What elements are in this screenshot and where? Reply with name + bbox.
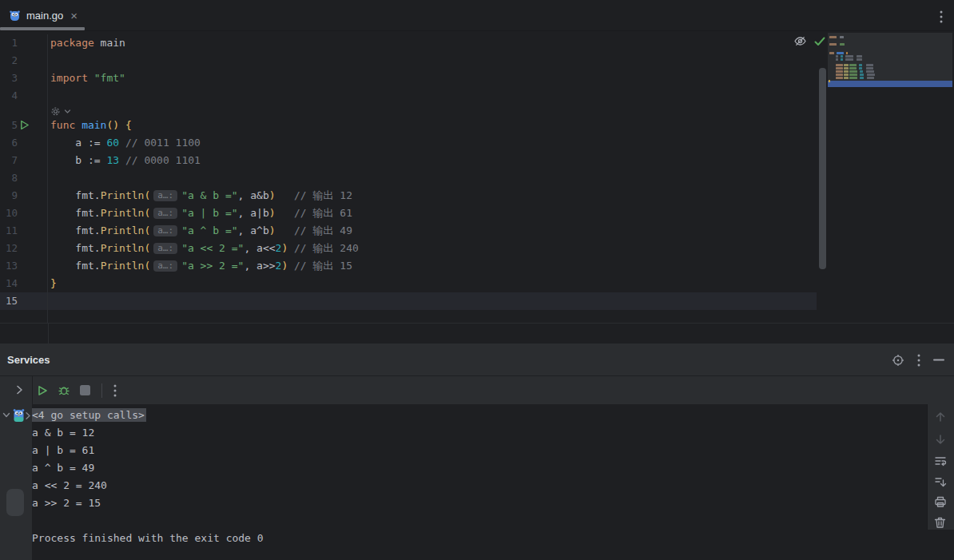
- print-icon[interactable]: [934, 495, 947, 508]
- minimap-code-block: [866, 64, 873, 66]
- active-tab-underline: [0, 27, 85, 30]
- code-line-8: [50, 169, 359, 187]
- folded-output-region[interactable]: <4 go setup calls>: [32, 408, 146, 422]
- gutter-line-3: 3: [0, 70, 47, 87]
- minimap-code-block: [849, 70, 857, 73]
- console-line: a >> 2 = 15: [32, 494, 927, 512]
- soft-wrap-icon[interactable]: [934, 455, 947, 467]
- eye-slash-icon[interactable]: [793, 35, 807, 47]
- minimap-code-block: [836, 67, 843, 70]
- services-toolbar: [0, 376, 954, 404]
- minimap-code-block: [829, 52, 834, 54]
- minimap-code-block: [836, 55, 838, 58]
- parameter-hint-chip: a…:: [153, 208, 177, 219]
- code-line-15: [50, 292, 359, 310]
- kebab-menu-icon[interactable]: [917, 354, 920, 367]
- code-line-3: import "fmt": [50, 70, 359, 87]
- ide-window: main.go × 123456789101112131415 package …: [0, 0, 954, 560]
- target-icon[interactable]: [892, 354, 904, 367]
- gutter-line-15: 15: [0, 292, 47, 310]
- code-editor[interactable]: 123456789101112131415 package mainimport…: [0, 32, 817, 344]
- check-icon[interactable]: [814, 37, 825, 46]
- gutter-line-2: 2: [0, 52, 47, 70]
- gutter-line-9: 9: [0, 187, 47, 205]
- stop-icon[interactable]: [80, 385, 90, 395]
- minimap-code-block: [860, 70, 863, 73]
- run-console[interactable]: <4 go setup calls>a & b = 12a | b = 61a …: [32, 404, 927, 560]
- kebab-menu-icon[interactable]: [940, 10, 943, 23]
- debug-icon[interactable]: [58, 384, 70, 396]
- code-line-4: [50, 87, 359, 105]
- parameter-hint-chip: a…:: [153, 190, 177, 201]
- minimap-code-block: [857, 55, 862, 58]
- minimap-code-block: [866, 70, 874, 73]
- arrow-up-icon[interactable]: [934, 411, 947, 423]
- code-line-1: package main: [50, 34, 359, 52]
- minimap-code-block: [849, 73, 857, 76]
- minimap-code-block: [866, 67, 873, 70]
- code-line-5: func main() {: [50, 117, 359, 134]
- minimap-code-block: [836, 58, 838, 61]
- minimap-code-block: [836, 77, 843, 79]
- chevron-fold-icon[interactable]: [25, 411, 31, 420]
- minimize-icon[interactable]: [933, 359, 944, 361]
- gutter-line-6: 6: [0, 134, 47, 152]
- code-line-7: b := 13 // 0000 1101: [50, 152, 359, 169]
- gutter-separator: [48, 323, 49, 344]
- gutter-line-7: 7: [0, 152, 47, 169]
- gear-icon[interactable]: [50, 106, 61, 117]
- minimap-code-block: [849, 77, 857, 79]
- minimap-code-block: [829, 43, 837, 46]
- minimap-code-block: [860, 77, 864, 79]
- minimap-code-block: [837, 52, 844, 54]
- console-line: a ^ b = 49: [32, 459, 927, 477]
- arrow-down-icon[interactable]: [934, 433, 947, 446]
- minimap-viewport-indicator[interactable]: [828, 81, 952, 87]
- console-line: a & b = 12: [32, 424, 927, 442]
- minimap-code-block: [859, 64, 862, 66]
- minimap-code-block: [840, 36, 844, 38]
- chevron-expanded-icon[interactable]: [2, 411, 10, 419]
- editor-gutter: 123456789101112131415: [0, 34, 48, 343]
- minimap-code-block: [836, 73, 843, 76]
- code-vision-inlay[interactable]: [50, 105, 359, 117]
- run-icon[interactable]: [38, 385, 48, 396]
- minimap-code-block: [857, 58, 862, 61]
- console-line: [32, 512, 927, 530]
- go-run-config-gopher-icon[interactable]: [12, 408, 26, 423]
- chevron-right-icon[interactable]: [16, 384, 23, 395]
- code-line-9: fmt.Println(a…:"a & b =", a&b) // 输出 12: [50, 187, 359, 205]
- console-line: a << 2 = 240: [32, 477, 927, 494]
- go-gopher-icon: [9, 10, 21, 22]
- gutter-line-14: 14: [0, 275, 47, 292]
- chevron-down-icon[interactable]: [64, 109, 71, 114]
- code-line-10: fmt.Println(a…:"a | b =", a|b) // 输出 61: [50, 205, 359, 222]
- tree-scrollbar-thumb[interactable]: [6, 489, 24, 516]
- tab-label: main.go: [26, 10, 63, 22]
- gutter-line-5: 5: [0, 117, 47, 134]
- scroll-to-end-icon[interactable]: [934, 475, 947, 488]
- console-line: <4 go setup calls>: [32, 407, 927, 424]
- code-line-2: [50, 52, 359, 70]
- run-gutter-icon[interactable]: [20, 120, 30, 130]
- minimap-code-block: [867, 73, 875, 76]
- tab-main-go[interactable]: main.go ×: [0, 0, 85, 30]
- gutter-line-4: 4: [0, 87, 47, 105]
- code-line-6: a := 60 // 0011 1100: [50, 134, 359, 152]
- minimap-code-block: [849, 64, 857, 66]
- minimap[interactable]: [828, 33, 952, 87]
- editor-tab-bar: main.go ×: [0, 0, 954, 31]
- close-icon[interactable]: ×: [70, 10, 78, 22]
- code-line-12: fmt.Println(a…:"a << 2 =", a<<2) // 输出 2…: [50, 240, 359, 257]
- clear-trash-icon[interactable]: [934, 516, 946, 529]
- minimap-code-block: [845, 55, 853, 58]
- minimap-code-block: [844, 64, 849, 66]
- minimap-code-block: [829, 36, 837, 38]
- parameter-hint-chip: a…:: [153, 243, 177, 254]
- minimap-code-block: [841, 58, 843, 61]
- services-panel-header: Services: [0, 344, 954, 376]
- editor-widget-bar: [793, 35, 825, 47]
- minimap-code-block: [867, 77, 874, 79]
- editor-scrollbar-thumb[interactable]: [819, 68, 826, 269]
- kebab-menu-icon[interactable]: [113, 384, 117, 397]
